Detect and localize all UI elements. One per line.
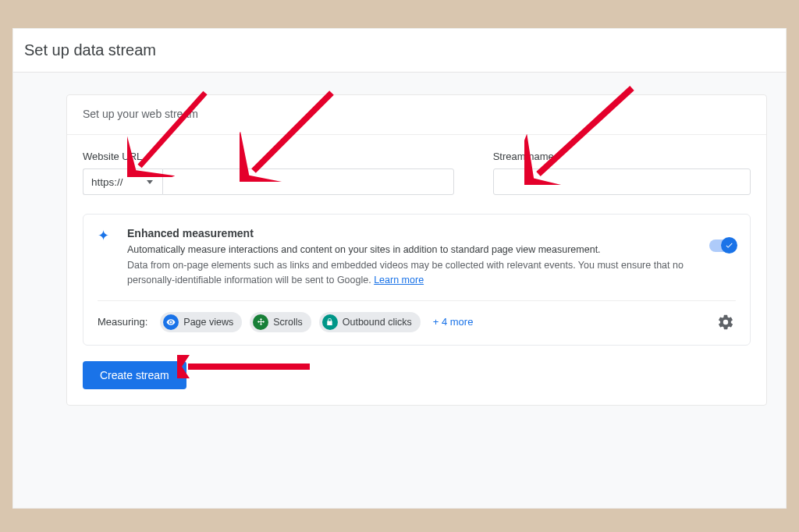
enhanced-toggle[interactable] [709,239,736,252]
check-icon [725,241,733,250]
fields-row: Website URL https:// Stream name [67,135,766,214]
chip-scrolls: Scrolls [250,312,311,332]
url-row: https:// [83,168,454,195]
enhanced-subtitle: Automatically measure interactions and c… [127,244,689,255]
enhanced-title: Enhanced measurement [127,227,689,239]
measuring-label: Measuring: [98,316,147,328]
stream-name-label: Stream name [493,151,751,162]
toggle-knob [721,237,737,254]
stream-panel: Set up your web stream Website URL https… [66,94,767,406]
more-link[interactable]: + 4 more [433,316,474,328]
gear-icon[interactable] [716,312,736,332]
stream-name-input[interactable] [493,168,751,195]
measuring-row: Measuring: Page views Scrolls [98,312,736,332]
chip-page-views: Page views [160,312,242,332]
protocol-value: https:// [91,176,123,188]
learn-more-link[interactable]: Learn more [374,275,424,286]
create-stream-button[interactable]: Create stream [83,361,186,389]
scroll-icon [253,314,268,330]
protocol-select[interactable]: https:// [83,168,162,195]
eye-icon [163,314,179,330]
enhanced-note: Data from on-page elements such as links… [127,258,689,288]
website-url-input[interactable] [162,168,454,195]
divider [98,300,736,301]
sparkle-icon: ✦ [98,227,115,243]
chip-outbound: Outbound clicks [319,312,421,332]
website-url-field: Website URL https:// [83,151,454,195]
enhanced-measurement-card: ✦ Enhanced measurement Automatically mea… [83,214,751,346]
page-title: Set up data stream [24,41,156,59]
panel-title: Set up your web stream [67,95,766,135]
app-frame: Set up data stream Set up your web strea… [12,28,787,509]
header-bar: Set up data stream [13,29,786,73]
chevron-down-icon [147,180,153,184]
outbound-icon [322,314,338,330]
stream-name-field: Stream name [493,151,751,195]
website-url-label: Website URL [83,151,454,162]
